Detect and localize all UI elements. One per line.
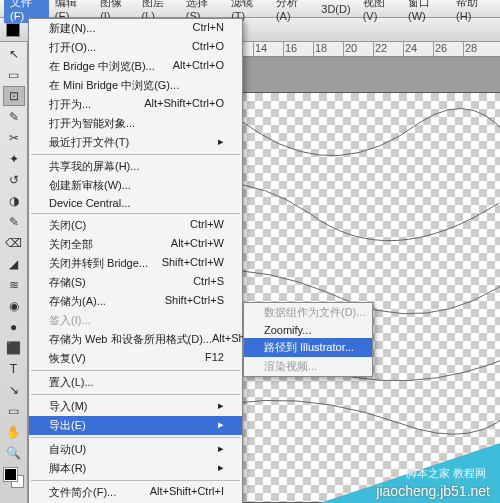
file-menu-item-15[interactable]: 存储(S)Ctrl+S — [29, 273, 242, 292]
tool-10[interactable]: ◢ — [3, 254, 25, 274]
fill-swatch[interactable] — [6, 23, 20, 37]
file-menu-dropdown: 新建(N)...Ctrl+N打开(O)...Ctrl+O在 Bridge 中浏览… — [28, 18, 243, 503]
file-menu-item-8[interactable]: 共享我的屏幕(H)... — [29, 157, 242, 176]
export-item-2[interactable]: 路径到 Illustrator... — [244, 338, 372, 357]
menu-10[interactable]: 帮助(H) — [450, 0, 496, 23]
menu-7[interactable]: 3D(D) — [315, 2, 356, 16]
export-submenu: 数据组作为文件(D)...Zoomify...路径到 Illustrator..… — [243, 302, 373, 377]
tool-0[interactable]: ↖ — [3, 44, 25, 64]
menu-8[interactable]: 视图(V) — [357, 0, 402, 23]
tool-6[interactable]: ↺ — [3, 170, 25, 190]
file-menu-item-9[interactable]: 创建新审核(W)... — [29, 176, 242, 195]
file-menu-item-3[interactable]: 在 Mini Bridge 中浏览(G)... — [29, 76, 242, 95]
file-menu-item-18[interactable]: 存储为 Web 和设备所用格式(D)...Alt+Shift+Ctrl+S — [29, 330, 242, 349]
file-menu-item-2[interactable]: 在 Bridge 中浏览(B)...Alt+Ctrl+O — [29, 57, 242, 76]
tool-9[interactable]: ⌫ — [3, 233, 25, 253]
watermark-text: 脚本之家 教程网 — [406, 466, 486, 481]
tool-3[interactable]: ✎ — [3, 107, 25, 127]
file-menu-item-0[interactable]: 新建(N)...Ctrl+N — [29, 19, 242, 38]
export-item-0: 数据组作为文件(D)... — [244, 303, 372, 322]
tool-7[interactable]: ◑ — [3, 191, 25, 211]
file-menu-item-21[interactable]: 置入(L)... — [29, 373, 242, 392]
tool-8[interactable]: ✎ — [3, 212, 25, 232]
menubar: 文件(F)编辑(E)图像(I)图层(L)选择(S)滤镜(T)分析(A)3D(D)… — [0, 0, 500, 18]
toolbox: ↖▭⊡✎✂✦↺◑✎⌫◢≋◉●⬛T↘▭✋🔍 — [0, 42, 28, 503]
tool-13[interactable]: ● — [3, 317, 25, 337]
file-menu-item-23[interactable]: 导入(M) — [29, 397, 242, 416]
file-menu-item-1[interactable]: 打开(O)...Ctrl+O — [29, 38, 242, 57]
tool-5[interactable]: ✦ — [3, 149, 25, 169]
tool-11[interactable]: ≋ — [3, 275, 25, 295]
file-menu-item-10[interactable]: Device Central... — [29, 195, 242, 211]
file-menu-item-17: 签入(I)... — [29, 311, 242, 330]
file-menu-item-6[interactable]: 最近打开文件(T) — [29, 133, 242, 152]
tool-2[interactable]: ⊡ — [3, 86, 25, 106]
tool-4[interactable]: ✂ — [3, 128, 25, 148]
watermark-url: jiaocheng.jb51.net — [376, 483, 490, 499]
file-menu-item-14[interactable]: 关闭并转到 Bridge...Shift+Ctrl+W — [29, 254, 242, 273]
tool-16[interactable]: ↘ — [3, 380, 25, 400]
file-menu-item-26[interactable]: 自动(U) — [29, 440, 242, 459]
file-menu-item-16[interactable]: 存储为(A)...Shift+Ctrl+S — [29, 292, 242, 311]
tool-18[interactable]: ✋ — [3, 422, 25, 442]
tool-12[interactable]: ◉ — [3, 296, 25, 316]
tool-14[interactable]: ⬛ — [3, 338, 25, 358]
file-menu-item-12[interactable]: 关闭(C)Ctrl+W — [29, 216, 242, 235]
tool-1[interactable]: ▭ — [3, 65, 25, 85]
tool-15[interactable]: T — [3, 359, 25, 379]
export-item-1[interactable]: Zoomify... — [244, 322, 372, 338]
menu-6[interactable]: 分析(A) — [270, 0, 315, 23]
file-menu-item-13[interactable]: 关闭全部Alt+Ctrl+W — [29, 235, 242, 254]
tool-17[interactable]: ▭ — [3, 401, 25, 421]
color-swatches[interactable] — [4, 468, 24, 488]
file-menu-item-5[interactable]: 打开为智能对象... — [29, 114, 242, 133]
file-menu-item-24[interactable]: 导出(E) — [29, 416, 242, 435]
tool-19[interactable]: 🔍 — [3, 443, 25, 463]
file-menu-item-4[interactable]: 打开为...Alt+Shift+Ctrl+O — [29, 95, 242, 114]
file-menu-item-19[interactable]: 恢复(V)F12 — [29, 349, 242, 368]
export-item-3: 渲染视频... — [244, 357, 372, 376]
file-menu-item-27[interactable]: 脚本(R) — [29, 459, 242, 478]
file-menu-item-29[interactable]: 文件简介(F)...Alt+Shift+Ctrl+I — [29, 483, 242, 502]
menu-9[interactable]: 窗口(W) — [402, 0, 450, 23]
